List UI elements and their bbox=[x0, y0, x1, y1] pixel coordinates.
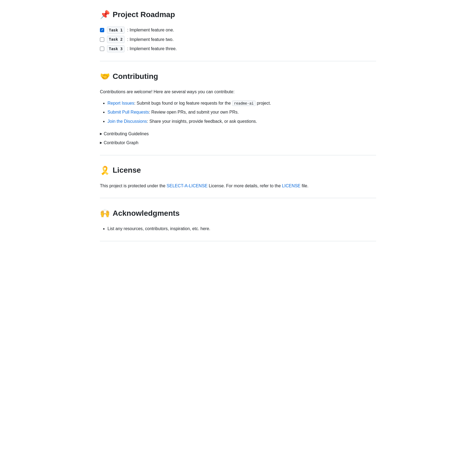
acknowledgments-section: 🙌 Acknowledgments List any resources, co… bbox=[100, 207, 376, 232]
roadmap-heading: 📌 Project Roadmap bbox=[100, 8, 376, 21]
code-readme-ai: readme-ai bbox=[232, 101, 256, 106]
contributing-heading: 🤝 Contributing bbox=[100, 70, 376, 83]
select-a-license-link[interactable]: SELECT-A-LICENSE bbox=[167, 184, 207, 188]
task-list: Task 1 : Implement feature one. Task 2 :… bbox=[100, 27, 376, 52]
divider-1 bbox=[100, 61, 376, 61]
divider-2 bbox=[100, 155, 376, 155]
ack-item-1: List any resources, contributors, inspir… bbox=[107, 225, 376, 232]
report-issues-text-after: project. bbox=[256, 101, 271, 105]
task-strikethrough-1: Implement feature one. bbox=[129, 28, 174, 32]
join-discussions-text: : Share your insights, provide feedback,… bbox=[147, 119, 257, 124]
list-item-discussions: Join the Discussions: Share your insight… bbox=[107, 118, 376, 125]
license-text-before: This project is protected under the bbox=[100, 184, 167, 188]
acknowledgments-list: List any resources, contributors, inspir… bbox=[100, 225, 376, 232]
join-discussions-link[interactable]: Join the Discussions bbox=[107, 119, 147, 124]
license-heading: 🎗️ License bbox=[100, 164, 376, 177]
acknowledgments-heading: 🙌 Acknowledgments bbox=[100, 207, 376, 220]
license-text-after: file. bbox=[301, 184, 308, 188]
pushpin-icon: 📌 bbox=[100, 8, 110, 21]
contributing-section: 🤝 Contributing Contributions are welcome… bbox=[100, 70, 376, 146]
contributing-intro: Contributions are welcome! Here are seve… bbox=[100, 88, 376, 95]
task-desc-3: Implement feature three. bbox=[129, 46, 177, 51]
contributing-guidelines-label: Contributing Guidelines bbox=[104, 130, 149, 137]
task-label-2: Task 2 bbox=[107, 36, 125, 43]
license-section: 🎗️ License This project is protected und… bbox=[100, 164, 376, 189]
task-item-3: Task 3 : Implement feature three. bbox=[100, 45, 376, 52]
license-heading-label: License bbox=[113, 164, 141, 176]
task-checkbox-2[interactable] bbox=[100, 37, 104, 42]
contributor-graph-label: Contributor Graph bbox=[104, 139, 138, 146]
task-text-2: : Implement feature two. bbox=[127, 36, 174, 43]
license-text: This project is protected under the SELE… bbox=[100, 182, 376, 189]
license-text-middle: License. For more details, refer to the bbox=[208, 184, 282, 188]
submit-prs-link[interactable]: Submit Pull Requests bbox=[107, 110, 149, 114]
license-file-link[interactable]: LICENSE bbox=[282, 184, 300, 188]
task-checkbox-3[interactable] bbox=[100, 47, 104, 51]
raised-hands-icon: 🙌 bbox=[100, 207, 110, 220]
contributor-graph-collapsible[interactable]: ▶ Contributor Graph bbox=[100, 139, 376, 146]
report-issues-link[interactable]: Report Issues bbox=[107, 101, 134, 105]
task-item-2: Task 2 : Implement feature two. bbox=[100, 36, 376, 43]
arrow-icon-guidelines: ▶ bbox=[100, 131, 102, 136]
contributing-list: Report Issues: Submit bugs found or log … bbox=[100, 100, 376, 125]
task-desc-2: Implement feature two. bbox=[129, 37, 174, 42]
roadmap-section: 📌 Project Roadmap Task 1 : Implement fea… bbox=[100, 8, 376, 52]
list-item-prs: Submit Pull Requests: Review open PRs, a… bbox=[107, 109, 376, 116]
contributing-guidelines-collapsible[interactable]: ▶ Contributing Guidelines bbox=[100, 130, 376, 137]
roadmap-heading-label: Project Roadmap bbox=[113, 9, 175, 21]
task-text-1: : Implement feature one. bbox=[127, 27, 174, 34]
task-text-3: : Implement feature three. bbox=[127, 45, 177, 52]
list-item-report: Report Issues: Submit bugs found or log … bbox=[107, 100, 376, 107]
divider-4 bbox=[100, 241, 376, 241]
divider-3 bbox=[100, 198, 376, 198]
ribbon-icon: 🎗️ bbox=[100, 164, 110, 177]
acknowledgments-heading-label: Acknowledgments bbox=[113, 207, 180, 220]
submit-prs-text: : Review open PRs, and submit your own P… bbox=[149, 110, 239, 114]
arrow-icon-graph: ▶ bbox=[100, 140, 102, 145]
handshake-icon: 🤝 bbox=[100, 70, 110, 83]
ack-text-1: List any resources, contributors, inspir… bbox=[107, 226, 210, 231]
report-issues-text: : Submit bugs found or log feature reque… bbox=[134, 101, 232, 105]
task-checkbox-1[interactable] bbox=[100, 28, 104, 32]
task-item-1: Task 1 : Implement feature one. bbox=[100, 27, 376, 34]
contributing-heading-label: Contributing bbox=[113, 70, 158, 83]
task-label-1: Task 1 bbox=[107, 27, 125, 34]
task-label-3: Task 3 bbox=[107, 45, 125, 52]
